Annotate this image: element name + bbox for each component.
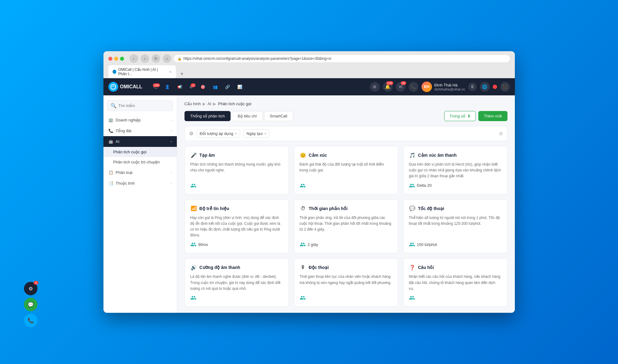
- nav-target[interactable]: 🎯: [197, 83, 208, 91]
- search-input[interactable]: [119, 103, 170, 108]
- filter-doi-tuong[interactable]: Đối tượng áp dụng ▾: [196, 129, 240, 138]
- sidebar-item-doanh-nghiep[interactable]: 🏢 Doanh nghiệp ›: [103, 115, 177, 125]
- chevron-icon: ›: [171, 140, 172, 143]
- user-info[interactable]: ĐH Đinh Thái Hà dinhthaiha@vihat.vn: [422, 82, 465, 92]
- float-settings-button[interactable]: ⚙ 3: [24, 282, 37, 295]
- sidebar-item-phan-loai[interactable]: 📋 Phân loại ›: [103, 167, 177, 178]
- browser-tabs: O OMICall | Cấu hình | AI | Phân t... ✕ …: [108, 65, 510, 78]
- nav-notify[interactable]: 📢: [174, 83, 185, 91]
- tab-smartcall[interactable]: SmartCall: [264, 111, 293, 121]
- tab-group: Thống số phân tích Bộ tiêu chí SmartCall: [185, 111, 293, 121]
- filter-row: ⚙ Đối tượng áp dụng ▾ Ngày tạo ▾ ⊘: [185, 126, 507, 141]
- card-icon-2: 🎵: [409, 152, 416, 159]
- card-1[interactable]: 😊 Cảm xúc Đánh giá thái độ của đối tượng…: [294, 146, 398, 194]
- call-icon-btn[interactable]: 📞: [409, 82, 418, 92]
- sidebar-sub-phan-tich-cuoc-goi[interactable]: Phân tích cuộc gọi: [103, 147, 177, 157]
- sidebar: 🔍 🏢 Doanh nghiệp › 📞 Tổng đài ›: [103, 95, 177, 313]
- reload-button[interactable]: ↻: [152, 54, 160, 63]
- home-button[interactable]: ⌂: [163, 54, 171, 63]
- export-button[interactable]: Trong số ⬇: [444, 111, 476, 121]
- tab-close-button[interactable]: ✕: [169, 70, 172, 74]
- bell-icon-btn[interactable]: 🔔 176: [383, 82, 393, 92]
- card-desc-1: Đánh giá thái độ của đối tượng tại một s…: [300, 162, 392, 179]
- sub-label-tro-chuyen: Phân tích cuộc trò chuyện: [113, 160, 160, 164]
- maximize-dot[interactable]: [120, 57, 124, 61]
- sidebar-item-ai[interactable]: 🤖 AI ›: [103, 136, 177, 147]
- building-icon: 🏢: [108, 118, 113, 122]
- card-title-row: ❓ Câu hỏi: [409, 264, 502, 271]
- close-dot[interactable]: [108, 57, 112, 61]
- logo-text: OMICALL: [120, 84, 142, 90]
- browser-chrome: ‹ › ↻ ⌂ 🔒 https://vihat.omicrm.io/config…: [103, 51, 515, 78]
- card-7[interactable]: 🎙 Độc thoại Thời gian thoại liên tục của…: [294, 258, 398, 307]
- float-badge: 3: [33, 281, 38, 285]
- sidebar-item-thuoc-tinh[interactable]: 📑 Thuộc tính ›: [103, 178, 177, 189]
- card-0[interactable]: 🎤 Tạp âm Phân tích những âm thanh không …: [185, 146, 289, 194]
- card-title-row: 🔊 Cường độ âm thanh: [190, 264, 283, 271]
- nav-integrations[interactable]: ⚙ 3: [186, 83, 196, 91]
- search-box[interactable]: 🔍: [107, 100, 173, 111]
- breadcrumb-ai[interactable]: AI: [208, 102, 211, 106]
- sidebar-label-phan-loai: Phân loại: [116, 170, 133, 175]
- mail-badge: 19: [401, 81, 406, 85]
- red-dot-btn[interactable]: [493, 85, 497, 89]
- settings-icon-btn[interactable]: ⚙: [370, 82, 380, 92]
- card-title-6: Cường độ âm thanh: [200, 265, 240, 270]
- nav-user[interactable]: 👤: [162, 83, 173, 91]
- card-footer-4: 2 giây: [300, 241, 392, 247]
- tab-thong-so[interactable]: Thống số phân tích: [185, 111, 231, 121]
- props-icon: 📑: [108, 181, 113, 186]
- card-6[interactable]: 🔊 Cường độ âm thanh Là độ lớn âm thanh n…: [185, 258, 289, 307]
- active-tab[interactable]: O OMICall | Cấu hình | AI | Phân t... ✕: [108, 65, 176, 78]
- float-chat-button[interactable]: 💬: [24, 298, 37, 311]
- tab-bo-tieu-chi[interactable]: Bộ tiêu chí: [232, 111, 262, 121]
- card-icon-4: ⏱: [300, 205, 306, 212]
- mail-icon-btn[interactable]: ✉ 19: [396, 82, 406, 92]
- breadcrumb-cau-hinh[interactable]: Cấu hình: [185, 102, 201, 106]
- cards-grid: 🎤 Tạp âm Phân tích những âm thanh không …: [185, 146, 507, 307]
- logout-icon-btn[interactable]: ⬛: [500, 82, 510, 92]
- nav-team[interactable]: 👥: [210, 83, 221, 91]
- card-desc-8: Nhận biết các câu hỏi của khách hàng, nế…: [409, 274, 502, 292]
- filter-reset-icon[interactable]: ⊘: [499, 131, 503, 136]
- globe-icon-btn[interactable]: 🌐: [480, 82, 490, 92]
- sidebar-item-tong-dai[interactable]: 📞 Tổng đài ›: [103, 125, 177, 136]
- card-title-4: Thời gian phản hồi: [309, 206, 348, 211]
- chevron-icon: ›: [171, 129, 172, 132]
- navbar-logo: OMICALL: [108, 82, 142, 92]
- new-tab-button[interactable]: +: [178, 70, 186, 78]
- card-3[interactable]: 📶 Độ trễ tín hiệu Hay còn gọi là Ping (đ…: [185, 199, 289, 254]
- forward-button[interactable]: ›: [141, 54, 149, 63]
- users-icon-6: [190, 295, 196, 301]
- sidebar-sub-phan-tich-tro-chuyen[interactable]: Phân tích cuộc trò chuyện: [103, 157, 177, 167]
- nav-chart[interactable]: 📊: [234, 83, 245, 91]
- nav-phone[interactable]: 📞 159: [150, 83, 161, 91]
- breadcrumb: Cấu hình ▶ AI ▶ Phân tích cuộc gọi: [185, 102, 507, 106]
- sub-label-phan-tich: Phân tích cuộc gọi: [113, 150, 147, 154]
- number-badge[interactable]: 0: [468, 82, 477, 91]
- card-title-8: Câu hỏi: [418, 265, 434, 270]
- add-button[interactable]: Thêm mới: [478, 111, 507, 121]
- minimize-dot[interactable]: [114, 57, 118, 61]
- chevron-icon: ›: [171, 182, 172, 185]
- card-8[interactable]: ❓ Câu hỏi Nhận biết các câu hỏi của khác…: [403, 258, 507, 307]
- card-2[interactable]: 🎵 Cảm xúc âm thanh Dựa trên đơn vị phân …: [403, 146, 507, 194]
- card-title-0: Tạp âm: [200, 153, 215, 158]
- back-button[interactable]: ‹: [130, 54, 138, 63]
- browser-window: ‹ › ↻ ⌂ 🔒 https://vihat.omicrm.io/config…: [103, 51, 515, 313]
- address-bar[interactable]: 🔒 https://vihat.omicrm.io/config/ai/call…: [174, 55, 510, 62]
- card-4[interactable]: ⏱ Thời gian phản hồi Thời gian phản ứng,…: [294, 199, 398, 254]
- main-content: 🔍 🏢 Doanh nghiệp › 📞 Tổng đài ›: [103, 95, 515, 313]
- card-title-5: Tốc độ thoại: [418, 206, 444, 211]
- card-footer-3: 90ms: [190, 241, 283, 247]
- card-5[interactable]: 💬 Tốc độ thoại Thể hiện số lượng từ ngườ…: [403, 199, 507, 254]
- nav-link[interactable]: 🔗: [222, 83, 233, 91]
- card-desc-7: Thời gian thoại liên tục của nhân viên h…: [300, 274, 392, 292]
- float-call-button[interactable]: 📞: [24, 314, 37, 327]
- users-icon-1: [300, 182, 306, 189]
- card-desc-2: Dựa trên đơn vị phân tích là Herzt (Hz),…: [409, 162, 502, 179]
- card-footer-2: Delta 20: [409, 182, 502, 189]
- filter-ngay-tao[interactable]: Ngày tạo ▾: [243, 129, 270, 138]
- card-icon-3: 📶: [190, 205, 197, 212]
- card-icon-7: 🎙: [300, 264, 306, 271]
